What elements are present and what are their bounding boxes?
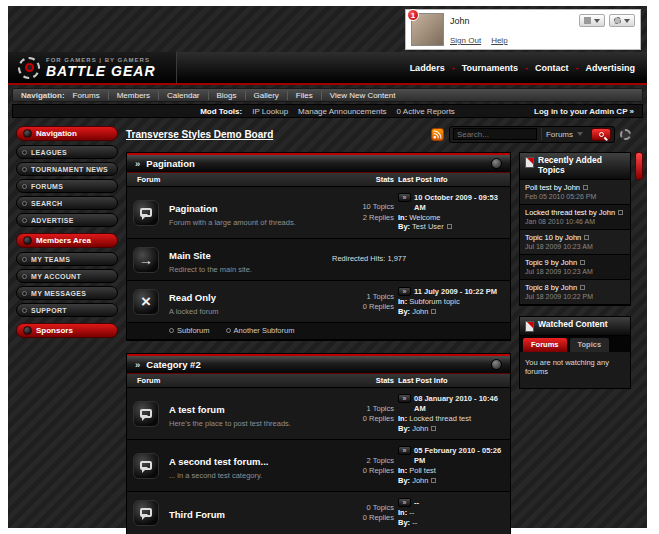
forum-link[interactable]: Main Site [169, 250, 211, 261]
collapse-toggle-button[interactable] [491, 359, 502, 370]
help-link[interactable]: Help [491, 36, 507, 45]
sphere-icon [23, 236, 32, 245]
last-post-author-link[interactable]: John [412, 476, 428, 485]
recent-topic-item: Topic 8 by John Jul 18 2009 10:22 PM [520, 280, 630, 305]
category-title[interactable]: Category #2 [146, 359, 200, 370]
site-header: FOR GAMERS | BY GAMERS BATTLE GEAR Ladde… [8, 52, 647, 85]
subforum-link[interactable]: Another Subforum [234, 326, 295, 335]
mod-manage-announcements[interactable]: Manage Announcements [298, 107, 387, 116]
mod-ip-lookup[interactable]: IP Lookup [252, 107, 288, 116]
navbar-members[interactable]: Members [108, 91, 158, 100]
external-link-icon [431, 478, 436, 483]
forum-stats: 0 Topics 0 Replies [332, 503, 394, 523]
last-post-date: 10 October 2009 - 09:53 AM [414, 193, 504, 213]
sidebar-item-tournament-news[interactable]: TOURNAMENT NEWS [16, 162, 118, 176]
replies-count: 0 Replies [332, 302, 394, 312]
recent-topic-link[interactable]: Poll test by John [525, 183, 580, 192]
last-post-go-button[interactable]: » [398, 287, 411, 296]
search-button[interactable] [591, 128, 611, 141]
sidebar-item-label: MY ACCOUNT [31, 273, 81, 280]
sidebar-item-advertise[interactable]: ADVERTISE [16, 213, 118, 227]
sidebar-section-sponsors[interactable]: Sponsors [16, 323, 118, 338]
navbar-gallery[interactable]: Gallery [245, 91, 287, 100]
last-post-info: » 05 February 2010 - 05:26 PM In: Poll t… [398, 446, 504, 485]
sidebar-item-search[interactable]: SEARCH [16, 196, 118, 210]
search-settings-gear-icon[interactable] [620, 129, 631, 140]
bullet-icon [226, 328, 231, 333]
main-area: Navigation LEAGUES TOURNAMENT NEWS FORUM… [8, 118, 647, 534]
last-post-topic-link[interactable]: Locked thread test [409, 414, 471, 423]
recent-topic-link[interactable]: Topic 10 by John [525, 233, 581, 242]
rss-icon[interactable] [431, 128, 444, 141]
last-post-topic-link[interactable]: -- [409, 508, 414, 517]
notification-badge[interactable]: 1 [407, 9, 419, 21]
recent-topic-link[interactable]: Topic 8 by John [525, 283, 577, 292]
user-options-dropdown[interactable] [609, 14, 635, 27]
forum-link[interactable]: A second test forum... [169, 456, 268, 467]
subforum-link[interactable]: Subforum [177, 326, 210, 335]
last-post-topic-link[interactable]: Welcome [409, 213, 440, 222]
sidebar-item-support[interactable]: SUPPORT [16, 303, 118, 317]
content-columns: » Pagination Forum Stats Last Post Info [126, 152, 631, 534]
external-link-icon [580, 260, 585, 265]
last-post-go-button[interactable]: » [398, 394, 411, 403]
last-post-author-link[interactable]: Test User [412, 222, 444, 231]
navbar-calendar[interactable]: Calendar [158, 91, 207, 100]
forum-link[interactable]: Third Forum [169, 509, 225, 520]
external-link-icon [618, 210, 623, 215]
category-title[interactable]: Pagination [146, 158, 195, 169]
search-input[interactable] [453, 128, 537, 140]
locked-forum-icon [133, 289, 159, 315]
sidebar-item-forums[interactable]: FORUMS [16, 179, 118, 193]
nav-tournaments[interactable]: Tournaments [445, 63, 518, 73]
recent-topic-date: Jan 08 2010 10:46 AM [525, 218, 625, 225]
mod-active-reports[interactable]: 0 Active Reports [397, 107, 455, 116]
sign-out-link[interactable]: Sign Out [450, 36, 481, 45]
navbar-files[interactable]: Files [287, 91, 321, 100]
forum-cell: Pagination Forum with a large amount of … [169, 198, 328, 227]
last-post-author-link[interactable]: -- [412, 518, 417, 527]
navbar-label: Navigation: [21, 91, 65, 100]
sidebar-item-leagues[interactable]: LEAGUES [16, 145, 118, 159]
navbar-blogs[interactable]: Blogs [208, 91, 245, 100]
speech-bubble-icon [140, 508, 152, 517]
breadcrumb[interactable]: Transverse Styles Demo Board [126, 129, 273, 140]
recent-topic-date: Jul 18 2009 10:23 AM [525, 268, 625, 275]
forum-link[interactable]: Read Only [169, 292, 216, 303]
sidebar-section-members-area[interactable]: Members Area [16, 233, 118, 248]
nav-advertising[interactable]: Advertising [568, 63, 635, 73]
topics-count: 1 Topics [332, 404, 394, 414]
sidebar-item-my-messages[interactable]: MY MESSAGES [16, 286, 118, 300]
last-post-go-button[interactable]: » [398, 498, 411, 507]
forum-link[interactable]: A test forum [169, 404, 225, 415]
sidebar-section-navigation[interactable]: Navigation [16, 126, 118, 141]
replies-count: 0 Replies [332, 414, 394, 424]
sidebar-item-my-teams[interactable]: MY TEAMS [16, 252, 118, 266]
tab-topics[interactable]: Topics [570, 338, 610, 352]
tab-forums[interactable]: Forums [523, 338, 567, 352]
site-logo[interactable]: FOR GAMERS | BY GAMERS BATTLE GEAR [8, 52, 177, 83]
recent-topic-link[interactable]: Topic 9 by John [525, 258, 577, 267]
collapse-toggle-button[interactable] [491, 158, 502, 169]
admin-cp-link[interactable]: Log in to your Admin CP » [534, 107, 634, 116]
sidebar-item-label: MY MESSAGES [31, 290, 86, 297]
user-avatar[interactable]: 1 [411, 13, 444, 46]
navbar-view-new-content[interactable]: View New Content [321, 91, 404, 100]
last-post-author-link[interactable]: John [412, 424, 428, 433]
user-menu-dropdown[interactable] [579, 14, 605, 27]
nav-contact[interactable]: Contact [518, 63, 569, 73]
search-scope-select[interactable]: Forums [541, 128, 587, 140]
recent-topic-link[interactable]: Locked thread test by John [525, 208, 615, 217]
forum-link[interactable]: Pagination [169, 203, 218, 214]
subforum-item: Another Subforum [226, 326, 295, 335]
last-post-go-button[interactable]: » [398, 193, 411, 202]
topics-count: 0 Topics [332, 503, 394, 513]
last-post-go-button[interactable]: » [398, 446, 411, 455]
last-post-topic-link[interactable]: Subforum topic [409, 297, 459, 306]
navbar-forums[interactable]: Forums [73, 91, 108, 100]
last-post-author-link[interactable]: John [412, 307, 428, 316]
arrow-icon [139, 253, 153, 267]
sidebar-item-my-account[interactable]: MY ACCOUNT [16, 269, 118, 283]
last-post-topic-link[interactable]: Poll test [409, 466, 436, 475]
nav-ladders[interactable]: Ladders [410, 63, 445, 73]
